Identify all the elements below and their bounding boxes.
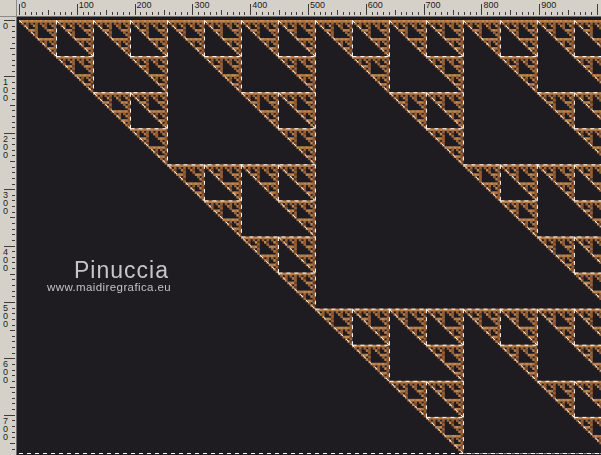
ruler-tick	[383, 12, 384, 15]
ruler-tick	[12, 60, 15, 61]
ruler-label: 500	[310, 1, 325, 10]
horizontal-ruler[interactable]: 0100200300400500600700800900	[17, 0, 601, 17]
ruler-tick	[12, 420, 15, 421]
ruler-tick	[12, 432, 15, 433]
ruler-tick	[453, 10, 454, 15]
vertical-ruler[interactable]: 01 0 02 0 03 0 04 0 05 0 06 0 07 0 0	[0, 17, 17, 455]
ruler-tick	[12, 319, 15, 320]
ruler-tick	[343, 12, 344, 15]
ruler-tick	[406, 12, 407, 15]
ruler-tick	[12, 409, 15, 410]
ruler-tick	[169, 12, 170, 15]
ruler-tick	[94, 12, 95, 15]
ruler-tick	[12, 206, 15, 207]
ruler-tick	[441, 12, 442, 15]
ruler-tick	[539, 4, 540, 15]
ruler-tick	[12, 353, 15, 354]
ruler-tick	[42, 12, 43, 15]
ruler-tick	[227, 12, 228, 15]
ruler-tick	[464, 12, 465, 15]
ruler-tick	[10, 330, 15, 331]
ruler-tick	[591, 12, 592, 15]
ruler-tick	[25, 12, 26, 15]
ruler-tick	[12, 127, 15, 128]
ruler-tick	[574, 12, 575, 15]
ruler-tick	[140, 12, 141, 15]
ruler-tick	[175, 12, 176, 15]
ruler-tick	[505, 12, 506, 15]
ruler-tick	[510, 10, 511, 15]
ruler-tick	[12, 336, 15, 337]
ruler-tick	[516, 12, 517, 15]
ruler-tick	[12, 93, 15, 94]
ruler-tick	[12, 341, 15, 342]
ruler-tick	[12, 370, 15, 371]
ruler-tick	[12, 138, 15, 139]
ruler-tick	[337, 10, 338, 15]
ruler-tick	[424, 4, 425, 15]
editor-workspace: 0100200300400500600700800900 01 0 02 0 0…	[0, 0, 601, 455]
ruler-tick	[10, 48, 15, 49]
ruler-tick	[239, 12, 240, 15]
ruler-tick	[88, 12, 89, 15]
ruler-tick	[12, 65, 15, 66]
ruler-tick	[377, 12, 378, 15]
ruler-tick	[164, 10, 165, 15]
ruler-tick	[12, 26, 15, 27]
ruler-tick	[158, 12, 159, 15]
ruler-tick	[487, 12, 488, 15]
ruler-tick	[233, 12, 234, 15]
ruler-tick	[354, 12, 355, 15]
ruler-tick	[12, 31, 15, 32]
ruler-tick	[123, 12, 124, 15]
ruler-tick	[10, 443, 15, 444]
ruler-tick	[12, 200, 15, 201]
ruler-tick	[10, 387, 15, 388]
ruler-tick	[12, 184, 15, 185]
ruler-tick	[10, 161, 15, 162]
ruler-tick	[19, 4, 20, 15]
ruler-tick	[12, 251, 15, 252]
ruler-tick	[285, 12, 286, 15]
ruler-tick	[568, 10, 569, 15]
ruler-label: 5 0 0	[3, 304, 8, 328]
ruler-tick	[12, 364, 15, 365]
ruler-tick	[12, 54, 15, 55]
ruler-label: 2 0 0	[3, 135, 8, 159]
ruler-tick	[12, 291, 15, 292]
ruler-tick	[12, 392, 15, 393]
ruler-label: 100	[79, 1, 94, 10]
ruler-tick	[152, 12, 153, 15]
ruler-tick	[12, 43, 15, 44]
ruler-label: 600	[368, 1, 383, 10]
ruler-tick	[366, 4, 367, 15]
ruler-tick	[314, 12, 315, 15]
ruler-label: 700	[426, 1, 441, 10]
ruler-tick	[12, 403, 15, 404]
ruler-tick	[429, 12, 430, 15]
ruler-tick	[12, 150, 15, 151]
ruler-tick	[12, 268, 15, 269]
ruler-tick	[10, 217, 15, 218]
ruler-tick	[192, 4, 193, 15]
ruler-tick	[545, 12, 546, 15]
ruler-tick	[106, 10, 107, 15]
ruler-tick	[12, 167, 15, 168]
ruler-tick	[447, 12, 448, 15]
ruler-tick	[60, 12, 61, 15]
ruler-tick	[210, 12, 211, 15]
image-canvas[interactable]	[17, 17, 601, 455]
ruler-tick	[12, 82, 15, 83]
ruler-tick	[12, 437, 15, 438]
ruler-tick	[12, 234, 15, 235]
ruler-tick	[83, 12, 84, 15]
ruler-tick	[470, 12, 471, 15]
ruler-tick	[528, 12, 529, 15]
ruler-tick	[77, 4, 78, 15]
ruler-tick	[12, 426, 15, 427]
ruler-tick	[10, 274, 15, 275]
ruler-tick	[135, 4, 136, 15]
ruler-tick	[476, 12, 477, 15]
ruler-tick	[12, 71, 15, 72]
ruler-label: 0	[3, 22, 8, 30]
